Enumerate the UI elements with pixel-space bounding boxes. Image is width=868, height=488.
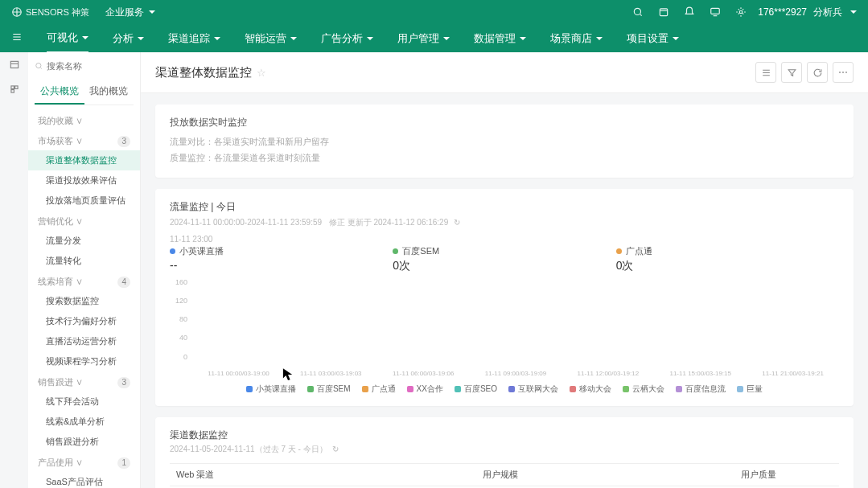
monitor-icon[interactable]: [710, 6, 721, 18]
legend-item[interactable]: 云栖大会: [623, 383, 664, 395]
sidebar-item[interactable]: SaaS产品评估: [28, 472, 140, 488]
nav-item[interactable]: 项目设置: [627, 24, 679, 53]
nav-item[interactable]: 智能运营: [245, 24, 297, 53]
svg-point-9: [36, 63, 41, 68]
table-title: 渠道数据监控: [170, 429, 839, 442]
table-range: 2024-11-05-2024-11-11（过去 7 天 - 今日）: [170, 445, 327, 453]
svg-rect-3: [711, 8, 720, 14]
chart-refresh-icon[interactable]: ↻: [454, 218, 460, 227]
tab-my-overview[interactable]: 我的概览: [84, 80, 134, 105]
svg-rect-6: [10, 86, 13, 89]
sidebar-item[interactable]: 搜索数据监控: [28, 291, 140, 311]
chart-updated: 修正 更新于 2024-11-12 06:16:29: [329, 218, 448, 227]
sidebar-search[interactable]: [35, 57, 134, 75]
sidebar-search-input[interactable]: [47, 61, 134, 71]
stacked-bar-chart[interactable]: [192, 278, 839, 367]
list-view-button[interactable]: [755, 62, 776, 83]
sidebar-item[interactable]: 渠道投放效果评估: [28, 170, 140, 191]
kpi: 广点通0次: [616, 245, 839, 273]
sidebar-item[interactable]: 流量分发: [28, 231, 140, 251]
chart-range: 2024-11-11 00:00:00-2024-11-11 23:59:59: [170, 218, 322, 227]
tab-public-overview[interactable]: 公共概览: [35, 80, 84, 105]
enterprise-switcher[interactable]: 企业服务: [105, 6, 155, 19]
page-title: 渠道整体数据监控: [155, 65, 252, 80]
sidebar-item[interactable]: 直播活动运营分析: [28, 331, 140, 351]
settings-icon[interactable]: [735, 6, 747, 18]
rail-component-icon[interactable]: [5, 81, 24, 97]
svg-point-4: [740, 10, 743, 14]
table-refresh-icon[interactable]: ↻: [332, 445, 339, 453]
bell-icon[interactable]: [684, 6, 695, 18]
sidebar-item[interactable]: 线索&成单分析: [28, 412, 140, 432]
sidebar-group[interactable]: 线索培育 ∨4: [28, 271, 140, 291]
sidebar-item[interactable]: 技术行为偏好分析: [28, 311, 140, 331]
nav-item[interactable]: 场景商店: [550, 24, 603, 53]
sidebar-item[interactable]: 渠道整体数据监控: [28, 150, 140, 170]
user-menu[interactable]: 176***2927 分析兵: [758, 6, 857, 19]
sidebar-item[interactable]: 视频课程学习分析: [28, 351, 140, 371]
nav-item[interactable]: 用户管理: [397, 24, 450, 53]
nav-item[interactable]: 广告分析: [321, 24, 373, 53]
info-card: 投放数据实时监控 流量对比：各渠道实时流量和新用户留存 质量监控：各流量渠道各渠…: [155, 105, 854, 178]
sidebar-item[interactable]: 投放落地页质量评估: [28, 191, 140, 211]
search-icon[interactable]: [632, 6, 644, 18]
sidebar-group[interactable]: 产品使用 ∨1: [28, 452, 140, 472]
favorite-star-icon[interactable]: ☆: [257, 67, 266, 79]
nav-item[interactable]: 数据管理: [474, 24, 526, 53]
legend-item[interactable]: XX合作: [407, 383, 443, 395]
sidebar-group[interactable]: 营销优化 ∨: [28, 211, 140, 231]
more-button[interactable]: ⋯: [833, 62, 854, 83]
nav-item[interactable]: 分析: [113, 24, 144, 53]
sidebar-item[interactable]: 销售跟进分析: [28, 432, 140, 452]
legend-item[interactable]: 百度SEM: [307, 383, 351, 395]
sidebar-item[interactable]: 线下拜会活动: [28, 392, 140, 412]
sidebar-group[interactable]: 我的收藏 ∨: [28, 110, 140, 130]
info-card-title: 投放数据实时监控: [170, 116, 839, 129]
sidebar-group[interactable]: 销售跟进 ∨3: [28, 371, 140, 392]
chart-card: 流量监控 | 今日 2024-11-11 00:00:00-2024-11-11…: [155, 189, 854, 406]
filter-button[interactable]: [781, 62, 802, 83]
svg-rect-7: [14, 86, 17, 89]
menu-toggle[interactable]: [11, 31, 23, 45]
legend-item[interactable]: 移动大会: [570, 383, 611, 395]
legend-item[interactable]: 百度信息流: [676, 383, 726, 395]
svg-rect-5: [10, 61, 18, 68]
rail-dashboard-icon[interactable]: [5, 57, 24, 73]
sidebar-item[interactable]: 流量转化: [28, 251, 140, 271]
legend-item[interactable]: 广点通: [362, 383, 396, 395]
svg-rect-8: [10, 90, 13, 93]
svg-rect-2: [660, 9, 668, 16]
legend-item[interactable]: 百度SEO: [455, 383, 497, 395]
legend-item[interactable]: 巨量: [737, 383, 763, 395]
table-card: 渠道数据监控 2024-11-05-2024-11-11（过去 7 天 - 今日…: [155, 417, 854, 488]
kpi: 百度SEM0次: [393, 245, 615, 273]
nav-item[interactable]: 渠道追踪: [168, 24, 220, 53]
legend-item[interactable]: 小英课直播: [246, 383, 296, 395]
chart-title: 流量监控: [170, 201, 208, 212]
nav-item[interactable]: 可视化: [47, 24, 88, 53]
refresh-button[interactable]: [807, 62, 828, 83]
brand-logo: SENSORS 神策: [11, 6, 89, 18]
calendar-icon[interactable]: [658, 6, 669, 18]
svg-point-1: [635, 8, 641, 14]
legend-item[interactable]: 互联网大会: [508, 383, 558, 395]
sidebar-group[interactable]: 市场获客 ∨3: [28, 130, 140, 150]
kpi: 小英课直播--: [170, 245, 393, 273]
